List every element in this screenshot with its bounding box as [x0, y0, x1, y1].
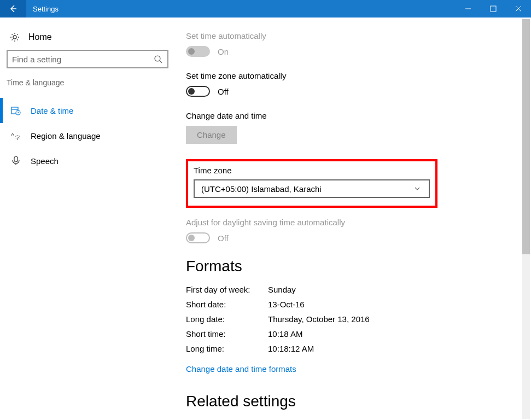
svg-rect-2 [491, 6, 496, 11]
svg-point-6 [155, 56, 160, 61]
change-formats-link[interactable]: Change date and time formats [186, 364, 296, 374]
search-icon [153, 54, 163, 64]
formats-heading: Formats [186, 258, 520, 275]
home-button[interactable]: Home [0, 28, 175, 50]
format-row: Short date:13-Oct-16 [186, 300, 520, 309]
maximize-button[interactable] [481, 0, 506, 18]
svg-text:A: A [11, 132, 14, 137]
set-time-auto-state: On [218, 47, 229, 56]
set-time-auto-toggle [186, 46, 210, 57]
window-title: Settings [26, 5, 456, 13]
timezone-dropdown[interactable]: (UTC+05:00) Islamabad, Karachi [194, 179, 430, 198]
format-row: Long time:10:18:12 AM [186, 344, 520, 353]
set-tz-auto-label: Set time zone automatically [186, 71, 520, 80]
microphone-icon [11, 156, 21, 166]
content-area: Set time automatically On Set time zone … [175, 18, 531, 420]
dst-label: Adjust for daylight saving time automati… [186, 218, 520, 227]
chevron-down-icon [412, 184, 422, 194]
back-button[interactable] [0, 0, 26, 18]
nav-item-label: Speech [31, 156, 59, 166]
home-label: Home [28, 32, 52, 42]
change-button: Change [186, 126, 237, 144]
section-label: Time & language [0, 78, 175, 92]
set-tz-auto-state: Off [218, 87, 229, 96]
search-placeholder: Find a setting [12, 55, 61, 64]
set-time-auto-label: Set time automatically [186, 31, 520, 40]
calendar-clock-icon [11, 106, 21, 115]
svg-text:字: 字 [15, 135, 20, 141]
maximize-icon [490, 5, 497, 12]
window-controls [456, 0, 531, 18]
format-row: Long date:Thursday, October 13, 2016 [186, 314, 520, 324]
nav-item-speech[interactable]: Speech [0, 148, 175, 173]
close-icon [515, 5, 522, 12]
gear-icon [10, 32, 20, 42]
sidebar: Home Find a setting Time & language Date… [0, 18, 175, 420]
format-row: First day of week:Sunday [186, 285, 520, 294]
svg-rect-13 [14, 156, 17, 162]
svg-line-7 [160, 61, 162, 63]
set-tz-auto-toggle[interactable] [186, 86, 210, 97]
nav-item-label: Region & language [31, 131, 101, 141]
timezone-highlight-box: Time zone (UTC+05:00) Islamabad, Karachi [186, 159, 437, 208]
svg-point-5 [13, 36, 16, 39]
timezone-value: (UTC+05:00) Islamabad, Karachi [201, 184, 322, 194]
dst-state: Off [218, 234, 229, 243]
language-icon: A字 [11, 131, 21, 141]
timezone-label: Time zone [194, 166, 430, 175]
search-input[interactable]: Find a setting [7, 50, 168, 68]
minimize-button[interactable] [456, 0, 481, 18]
scrollbar-thumb[interactable] [522, 19, 530, 254]
change-dt-label: Change date and time [186, 111, 520, 120]
nav-item-label: Date & time [31, 106, 73, 115]
minimize-icon [465, 5, 471, 12]
dst-toggle [186, 232, 210, 243]
formats-table: First day of week:Sunday Short date:13-O… [186, 285, 520, 353]
nav-item-region-language[interactable]: A字 Region & language [0, 123, 175, 148]
close-button[interactable] [506, 0, 531, 18]
format-row: Short time:10:18 AM [186, 329, 520, 339]
titlebar: Settings [0, 0, 531, 18]
nav-item-date-time[interactable]: Date & time [0, 98, 175, 123]
arrow-left-icon [8, 4, 18, 14]
related-heading: Related settings [186, 393, 520, 410]
